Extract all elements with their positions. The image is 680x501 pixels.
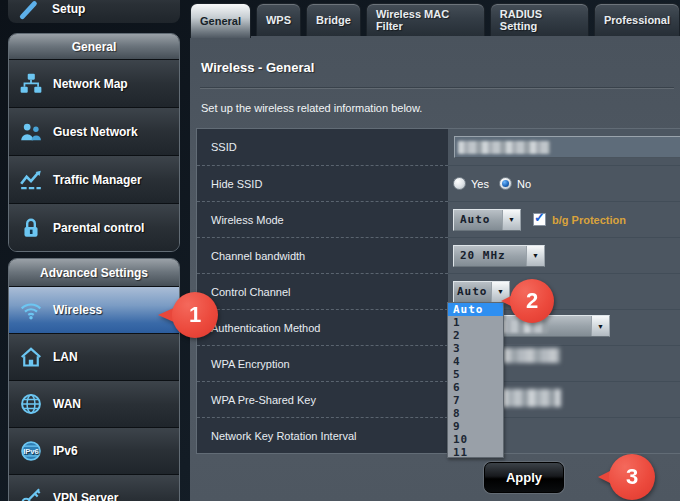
callout-number: 1: [172, 292, 218, 338]
callout-2: 2: [501, 279, 554, 323]
wireless-mode-value: Auto: [454, 210, 502, 230]
sidebar-item-parental-control[interactable]: Parental control: [9, 203, 179, 251]
control-channel-value: Auto: [454, 282, 491, 302]
callout-number: 2: [510, 279, 554, 323]
channel-bandwidth-select[interactable]: 20 MHz ▼: [453, 245, 545, 267]
sidebar-item-wireless[interactable]: Wireless: [9, 286, 179, 333]
sidebar-item-lan[interactable]: LAN: [9, 333, 179, 380]
channel-option-7[interactable]: 7: [448, 394, 503, 407]
lan-icon: [9, 345, 53, 369]
sidebar-item-label: WAN: [53, 397, 81, 411]
ipv6-icon: IPv6: [9, 439, 53, 463]
sidebar-item-label: IPv6: [53, 444, 78, 458]
channel-option-2[interactable]: 2: [448, 329, 503, 342]
authentication-method-label: Authentication Method: [197, 309, 448, 345]
guest-network-icon: [9, 120, 53, 144]
channel-option-3[interactable]: 3: [448, 342, 503, 355]
main-content: General WPS Bridge Wireless MAC Filter R…: [190, 0, 680, 501]
sidebar-item-ipv6[interactable]: IPv6 IPv6: [9, 427, 179, 474]
wpa-pre-shared-key-label: WPA Pre-Shared Key: [197, 381, 448, 417]
channel-bandwidth-value: 20 MHz: [454, 246, 526, 266]
tab-wps[interactable]: WPS: [256, 3, 301, 36]
tab-bar: General WPS Bridge Wireless MAC Filter R…: [190, 3, 680, 36]
wireless-icon: [9, 298, 53, 322]
wpa-encryption-redacted-value: [503, 348, 560, 363]
callout-3: 3: [598, 454, 655, 500]
table-row-control-channel: Control Channel Auto ▼: [197, 273, 680, 309]
tab-bridge[interactable]: Bridge: [306, 3, 361, 36]
ssid-redacted-value: [458, 141, 550, 154]
channel-bandwidth-label: Channel bandwidth: [197, 237, 448, 273]
sidebar-item-label: Network Map: [53, 77, 128, 91]
tab-general[interactable]: General: [190, 3, 251, 38]
table-row-wpa-pre-shared-key: WPA Pre-Shared Key: [197, 381, 680, 417]
channel-option-auto[interactable]: Auto: [448, 303, 503, 316]
channel-option-4[interactable]: 4: [448, 355, 503, 368]
table-row-wireless-mode: Wireless Mode Auto ▼ b/g Protection: [197, 201, 680, 237]
sidebar-item-label: LAN: [53, 350, 78, 364]
network-map-icon: [9, 72, 53, 96]
ssid-label: SSID: [197, 129, 448, 165]
sidebar-item-label: Setup: [52, 2, 85, 16]
channel-option-10[interactable]: 10: [448, 433, 503, 446]
tab-radius-setting[interactable]: RADIUS Setting: [490, 3, 589, 36]
table-row-hide-ssid: Hide SSID Yes No: [197, 165, 680, 201]
channel-option-9[interactable]: 9: [448, 420, 503, 433]
wireless-mode-select[interactable]: Auto ▼: [453, 209, 521, 231]
sidebar-item-label: Parental control: [53, 221, 144, 235]
vpn-server-icon: [9, 486, 53, 501]
page-subtitle: Set up the wireless related information …: [201, 102, 422, 114]
sidebar-item-vpn-server[interactable]: VPN Server: [9, 474, 179, 501]
sidebar-item-label: Traffic Manager: [53, 173, 142, 187]
channel-option-5[interactable]: 5: [448, 368, 503, 381]
hide-ssid-label: Hide SSID: [197, 165, 448, 201]
channel-option-8[interactable]: 8: [448, 407, 503, 420]
chevron-down-icon[interactable]: ▼: [502, 210, 520, 230]
bg-protection-checkbox[interactable]: [533, 213, 546, 226]
network-key-rotation-interval-label: Network Key Rotation Interval: [197, 417, 448, 453]
hide-ssid-no-label[interactable]: No: [517, 178, 531, 190]
tab-professional[interactable]: Professional: [594, 3, 680, 36]
channel-option-11[interactable]: 11: [448, 446, 503, 459]
callout-1: 1: [158, 292, 218, 338]
channel-option-6[interactable]: 6: [448, 381, 503, 394]
tab-wireless-mac-filter[interactable]: Wireless MAC Filter: [366, 3, 485, 36]
sidebar-item-label: Wireless: [53, 303, 102, 317]
page-title: Wireless - General: [201, 60, 314, 75]
apply-button[interactable]: Apply: [484, 462, 564, 493]
channel-option-1[interactable]: 1: [448, 316, 503, 329]
bg-protection-label: b/g Protection: [552, 214, 626, 226]
sidebar-item-traffic-manager[interactable]: Traffic Manager: [9, 155, 179, 203]
ssid-input[interactable]: [454, 136, 680, 158]
wpa-encryption-label: WPA Encryption: [197, 345, 448, 381]
sidebar-item-setup[interactable]: Setup: [8, 0, 180, 23]
hide-ssid-yes-radio[interactable]: [453, 177, 466, 190]
wpa-pre-shared-key-redacted-value: [501, 389, 561, 407]
traffic-manager-icon: [9, 168, 53, 192]
table-row-ssid: SSID: [197, 129, 680, 165]
sidebar-group-advanced-settings: Advanced Settings Wireless LAN: [8, 258, 180, 501]
settings-panel: Wireless - General Set up the wireless r…: [190, 36, 680, 501]
table-row-channel-bandwidth: Channel bandwidth 20 MHz ▼: [197, 237, 680, 273]
hide-ssid-yes-label[interactable]: Yes: [471, 178, 489, 190]
sidebar-item-label: Guest Network: [53, 125, 138, 139]
sidebar-group-title: Advanced Settings: [9, 259, 179, 286]
sidebar-group-general: General Network Map Guest Network: [8, 33, 180, 252]
sidebar-group-title: General: [9, 34, 179, 59]
sidebar-item-wan[interactable]: WAN: [9, 380, 179, 427]
control-channel-label: Control Channel: [197, 273, 448, 309]
sidebar-item-guest-network[interactable]: Guest Network: [9, 107, 179, 155]
chevron-down-icon[interactable]: ▼: [591, 316, 609, 336]
wan-icon: [9, 392, 53, 416]
divider: [200, 87, 674, 89]
hide-ssid-no-radio[interactable]: [499, 177, 512, 190]
table-row-network-key-rotation-interval: Network Key Rotation Interval: [197, 417, 680, 453]
setup-icon: [8, 0, 52, 21]
chevron-down-icon[interactable]: ▼: [526, 246, 544, 266]
wireless-settings-table: SSID Hide SSID Yes No Wireles: [196, 128, 680, 454]
parental-control-icon: [9, 216, 53, 240]
sidebar-item-network-map[interactable]: Network Map: [9, 59, 179, 107]
sidebar-item-label: VPN Server: [53, 491, 118, 501]
callout-number: 3: [609, 454, 655, 500]
control-channel-dropdown-list: Auto 1 2 3 4 5 6 7 8 9 10 11: [447, 302, 504, 458]
